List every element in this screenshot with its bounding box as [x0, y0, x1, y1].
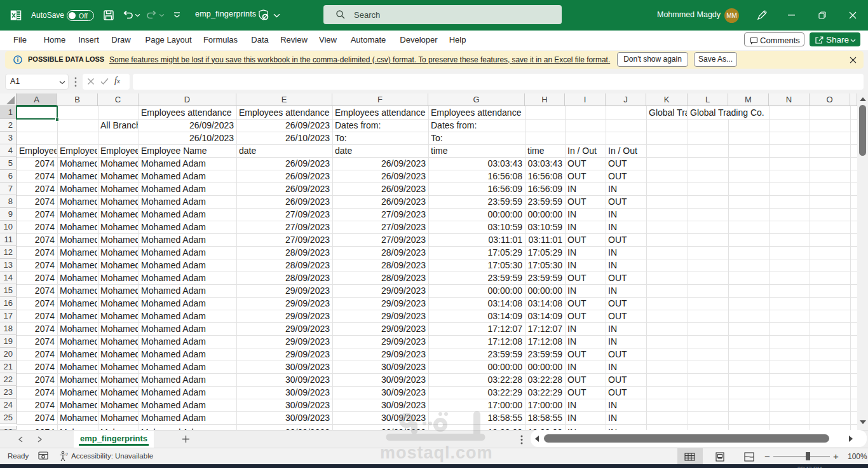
svg-text:?: ?	[65, 452, 68, 457]
